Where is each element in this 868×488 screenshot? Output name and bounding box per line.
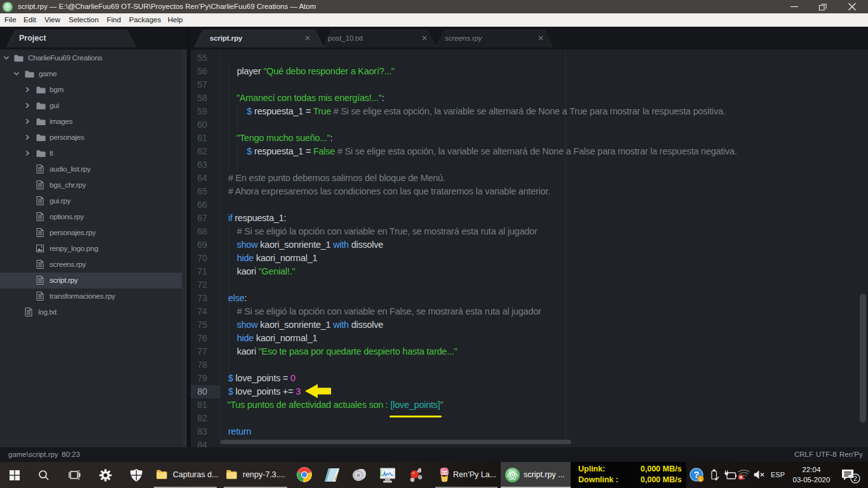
svg-text:2: 2 — [853, 475, 857, 482]
